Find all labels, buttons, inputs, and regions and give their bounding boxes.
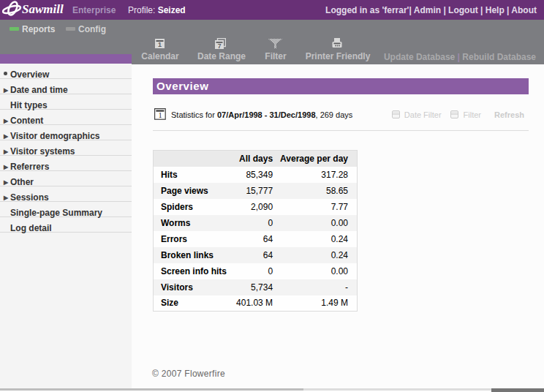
svg-text:1: 1 xyxy=(159,111,162,119)
svg-text:7: 7 xyxy=(218,42,222,50)
svg-text:1: 1 xyxy=(158,41,162,48)
